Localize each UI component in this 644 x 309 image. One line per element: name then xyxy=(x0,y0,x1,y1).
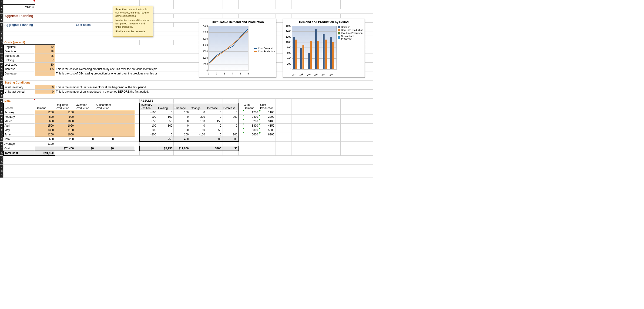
chart-title: Cumulative Demand and Production xyxy=(200,20,276,24)
cost-value[interactable]: 1.5 xyxy=(35,67,55,72)
help-note-line: Enter the costs at the top. In some case… xyxy=(116,8,150,18)
tot-dec: 300 xyxy=(222,137,239,142)
section-starting: Starting Conditions xyxy=(4,80,35,85)
section-results: RESULTS xyxy=(140,99,157,103)
reg-cell[interactable]: 1100 xyxy=(55,128,75,132)
starting-label: Initial inventory xyxy=(4,85,35,90)
starting-value[interactable]: 0 xyxy=(35,85,55,90)
cost-value[interactable]: 12 xyxy=(35,45,55,49)
period-cell: May xyxy=(4,128,35,132)
svg-text:2: 2 xyxy=(216,72,217,75)
sub-cell[interactable] xyxy=(95,132,115,137)
cump-cell: 1100 xyxy=(259,110,276,115)
total-label: Total xyxy=(4,137,35,142)
hdr-inc: Increase xyxy=(206,103,222,110)
change-cell: 150 xyxy=(190,119,206,124)
help-note-line: Next enter the conditions from last peri… xyxy=(116,19,150,28)
reg-cell[interactable]: 1050 xyxy=(55,124,75,128)
cost-label: Lost sales xyxy=(4,62,35,67)
svg-text:1200: 1200 xyxy=(286,36,291,38)
svg-text:0: 0 xyxy=(206,69,208,72)
worksheet: 1 27/13/24 3 4Aggreate Planning 5 6Aggre… xyxy=(0,0,644,178)
reg-cell[interactable]: 1000 xyxy=(55,132,75,137)
inc-cell: 50 xyxy=(206,128,222,132)
inv-cell: 100 xyxy=(140,124,157,128)
cost-sub: $0 xyxy=(95,146,115,151)
cost-value[interactable]: 7 xyxy=(35,58,55,62)
period-cell: March xyxy=(4,119,35,124)
hdr-sub: Subcontract Production xyxy=(95,103,115,110)
cump-cell: 3100 xyxy=(259,119,276,124)
dec-cell: 0 xyxy=(222,119,239,124)
starting-note: This is the number of units produced in … xyxy=(55,90,157,94)
short-cell: 200 xyxy=(174,132,190,137)
hdr-hold: Holding xyxy=(157,103,174,110)
period-cell: June xyxy=(4,132,35,137)
svg-text:January: January xyxy=(288,73,296,76)
starting-value[interactable]: 0 xyxy=(35,90,55,94)
svg-rect-43 xyxy=(295,40,297,69)
cost-inc: $300 xyxy=(206,146,222,151)
avg-label: Average xyxy=(4,142,35,146)
demand-cell[interactable]: 1200 xyxy=(35,132,55,137)
demand-cell[interactable]: 600 xyxy=(35,119,55,124)
total-cost-label: Total Cost xyxy=(4,151,35,156)
sub-cell[interactable] xyxy=(95,115,115,119)
chart-legend: Cum Demand Cum Production xyxy=(254,47,275,53)
cost-value[interactable]: 30 xyxy=(35,62,55,67)
cumd-cell: 3800 xyxy=(243,124,259,128)
ot-cell[interactable] xyxy=(75,119,95,124)
ot-cell[interactable] xyxy=(75,110,95,115)
sub-cell[interactable] xyxy=(95,128,115,132)
ot-cell[interactable] xyxy=(75,132,95,137)
tot-hold: 750 xyxy=(157,137,174,142)
hdr-reg: Reg Time Production xyxy=(55,103,75,110)
svg-text:March: March xyxy=(304,73,311,76)
svg-text:1400: 1400 xyxy=(286,30,291,32)
demand-cell[interactable]: 1500 xyxy=(35,124,55,128)
cost-label: Holding xyxy=(4,58,35,62)
reg-cell[interactable]: 900 xyxy=(55,115,75,119)
date-cell[interactable]: 7/13/24 xyxy=(4,5,35,9)
short-cell: 0 xyxy=(174,124,190,128)
demand-cell[interactable]: 1300 xyxy=(35,128,55,132)
cost-value[interactable]: 25 xyxy=(35,54,55,58)
sub-cell[interactable] xyxy=(95,119,115,124)
inv-cell: -100 xyxy=(140,110,157,115)
ot-cell[interactable] xyxy=(75,124,95,128)
svg-text:April: April xyxy=(314,73,318,76)
svg-text:200: 200 xyxy=(287,62,291,65)
cumd-cell: 5300 xyxy=(243,128,259,132)
svg-rect-68 xyxy=(332,42,334,69)
demand-cell[interactable]: 1200 xyxy=(35,110,55,115)
hold-cell: 100 xyxy=(157,115,174,119)
ot-cell[interactable] xyxy=(75,115,95,119)
reg-cell[interactable]: 1100 xyxy=(55,110,75,115)
ot-cell[interactable] xyxy=(75,128,95,132)
cost-value[interactable]: 18 xyxy=(35,49,55,54)
demand-cell[interactable]: 800 xyxy=(35,115,55,119)
tot-inc: 200 xyxy=(206,137,222,142)
hdr-dec: Decrease xyxy=(222,103,239,110)
dec-cell: 0 xyxy=(222,128,239,132)
cost-value[interactable] xyxy=(35,72,55,76)
cost-label: Increase xyxy=(4,67,35,72)
short-cell: 0 xyxy=(174,115,190,119)
inc-cell: 0 xyxy=(206,124,222,128)
sub-cell[interactable] xyxy=(95,124,115,128)
svg-text:2000: 2000 xyxy=(203,56,208,59)
cump-cell: 5200 xyxy=(259,128,276,132)
sub-cell[interactable] xyxy=(95,110,115,115)
svg-text:400: 400 xyxy=(287,57,291,60)
cost-label: Subcontract xyxy=(4,54,35,58)
svg-text:0: 0 xyxy=(290,68,291,70)
cumd-cell: 3200 xyxy=(243,119,259,124)
cost-dec: $0 xyxy=(222,146,239,151)
legend-label: Subcontract Production xyxy=(341,35,364,40)
reg-cell[interactable]: 1050 xyxy=(55,119,75,124)
cump-cell: 2200 xyxy=(259,115,276,119)
inv-cell: -100 xyxy=(140,128,157,132)
svg-text:1000: 1000 xyxy=(286,41,291,44)
section-data: Data xyxy=(4,99,35,103)
svg-text:5000: 5000 xyxy=(203,38,208,40)
